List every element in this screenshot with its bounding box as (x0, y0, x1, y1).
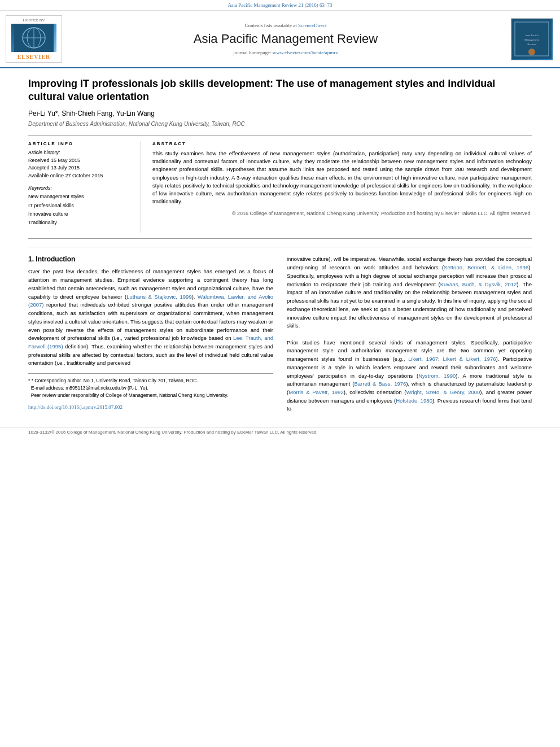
journal-citation: Asia Pacific Management Review 21 (2016)… (0, 0, 560, 11)
elsevier-image (11, 24, 56, 52)
intro-text-col1: Over the past few decades, the effective… (28, 268, 273, 368)
footnotes: * * Corresponding author. No.1, Universi… (28, 373, 273, 399)
journal-thumb-image: Asia Pacific Management Review (511, 18, 553, 60)
svg-point-10 (528, 49, 535, 55)
contents-link: Contents lists available at ScienceDirec… (68, 23, 504, 28)
body-content: 1. Introduction Over the past few decade… (28, 255, 532, 413)
journal-citation-text: Asia Pacific Management Review 21 (2016)… (228, 2, 333, 8)
section-divider (28, 247, 532, 247)
abstract-panel: ABSTRACT This study examines how the eff… (152, 141, 532, 233)
bottom-bar-text: 1029-3132/© 2016 College of Management, … (28, 430, 318, 435)
svg-text:Review: Review (527, 43, 536, 46)
journal-homepage: journal homepage: www.elsevier.com/locat… (68, 50, 504, 55)
ref-morris[interactable]: Morris & Pavett, 1992 (288, 389, 344, 395)
accepted-date: Accepted 13 July 2015 (28, 164, 133, 172)
elsevier-label: ELSEVIER (18, 54, 51, 60)
main-content: Improving IT professionals job skills de… (0, 68, 560, 422)
ref-kuvaas[interactable]: Kuvaas, Buch, & Dysvik, 2012 (440, 281, 517, 287)
received-date: Received 15 May 2015 (28, 157, 133, 165)
intro-text-col2: innovative culture), will be imperative.… (287, 255, 532, 413)
authors: Pei-Li Yu*, Shih-Chieh Fang, Yu-Lin Wang (28, 110, 532, 117)
journal-thumbnail: Asia Pacific Management Review (509, 15, 554, 63)
ref-hofstede[interactable]: Hofstede, 1980 (396, 397, 432, 404)
ref-nystrom[interactable]: Nystrom, 1990 (418, 373, 456, 379)
copyright-text: © 2016 College of Management, National C… (152, 211, 532, 216)
ref-settoon[interactable]: Settoon, Bennett, & Liden, 1996 (444, 264, 528, 270)
doi-link[interactable]: http://dx.doi.org/10.1016/j.apmrv.2015.0… (28, 404, 273, 410)
svg-text:Asia Pacific: Asia Pacific (525, 34, 539, 37)
article-info-header: ARTICLE INFO (28, 141, 133, 146)
keywords-group: Keywords: New management stylesIT profes… (28, 185, 133, 227)
footnote-email: E-mail address: m895113@mail.ncku.edu.tw… (28, 385, 273, 392)
ref-barrett[interactable]: Barrett & Bass, 1976 (354, 381, 406, 387)
footnote-star: * * Corresponding author. No.1, Universi… (28, 377, 273, 385)
journal-title: Asia Pacific Management Review (68, 32, 504, 46)
body-col-right: innovative culture), will be imperative.… (287, 255, 532, 413)
journal-header: HOSTED BY ELSEVIER Contents lists availa… (0, 11, 560, 68)
article-info-abstract: ARTICLE INFO Article history: Received 1… (28, 135, 532, 239)
bottom-bar: 1029-3132/© 2016 College of Management, … (0, 427, 560, 437)
intro-title: 1. Introduction (28, 255, 273, 263)
available-date: Available online 27 October 2015 (28, 172, 133, 180)
ref-luthans[interactable]: Luthans & Stajkovic, 1999 (126, 294, 192, 300)
svg-text:Management: Management (524, 38, 540, 41)
hosted-by-label: HOSTED BY (23, 18, 45, 23)
article-title: Improving IT professionals job skills de… (28, 77, 532, 104)
history-group: Article history: Received 15 May 2015 Ac… (28, 150, 133, 180)
author-names: Pei-Li Yu*, Shih-Chieh Fang, Yu-Lin Wang (28, 110, 155, 117)
body-col-left: 1. Introduction Over the past few decade… (28, 255, 273, 413)
abstract-header: ABSTRACT (152, 141, 532, 146)
keywords-label: Keywords: (28, 185, 133, 191)
elsevier-logo: HOSTED BY ELSEVIER (6, 15, 62, 63)
article-info-panel: ARTICLE INFO Article history: Received 1… (28, 141, 141, 233)
journal-info: Contents lists available at ScienceDirec… (68, 15, 504, 63)
history-label: Article history: (28, 150, 133, 155)
footnote-peer-review: Peer review under responsibility of Coll… (28, 392, 273, 399)
affiliation: Department of Business Administration, N… (28, 121, 532, 127)
keywords-text: New management stylesIT professional ski… (28, 193, 133, 227)
homepage-link[interactable]: www.elsevier.com/locate/apmrv (273, 50, 338, 55)
sciencedirect-link[interactable]: ScienceDirect (298, 23, 326, 28)
ref-likert1976[interactable]: Likert & Likert, 1976 (443, 356, 496, 362)
abstract-text: This study examines how the effectivenes… (152, 150, 532, 206)
ref-lee[interactable]: Lee, Trauth, and Farwell (1995) (28, 335, 273, 350)
ref-likert1967[interactable]: Likert, 1967 (408, 356, 438, 362)
ref-wright[interactable]: Wright, Szeto, & Geory, 2000 (406, 389, 480, 395)
